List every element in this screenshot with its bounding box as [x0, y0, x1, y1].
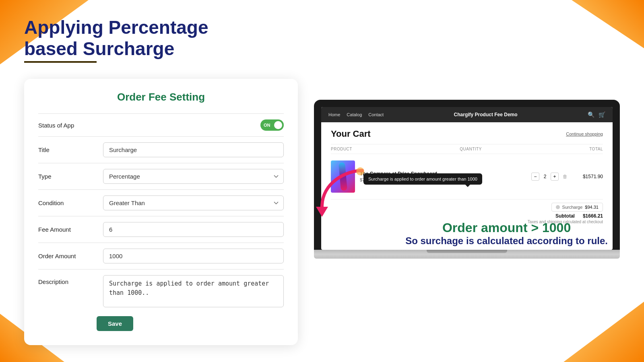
surcharge-amount: $94.31 — [585, 205, 599, 210]
title-input[interactable] — [103, 142, 284, 157]
nav-links: Home Catalog Contact — [328, 112, 384, 117]
status-label: Status of App — [38, 122, 97, 129]
search-icon[interactable]: 🔍 — [588, 111, 594, 118]
laptop-base — [314, 250, 620, 259]
type-select[interactable]: Percentage — [103, 169, 284, 184]
save-button[interactable]: Save — [97, 316, 133, 331]
arrow-decoration — [314, 167, 370, 220]
title-row: Title — [38, 136, 284, 163]
order-amount-input[interactable] — [103, 249, 284, 263]
col-total: TOTAL — [589, 147, 603, 151]
qty-value: 2 — [542, 174, 548, 179]
svg-marker-0 — [316, 207, 328, 217]
type-field-label: Type — [38, 173, 97, 180]
cart-table-header: PRODUCT QUANTITY TOTAL — [331, 144, 603, 154]
type-row: Type Percentage — [38, 163, 284, 189]
left-panel: Applying Percentage based Surcharge Orde… — [24, 17, 298, 346]
title-field-label: Title — [38, 146, 97, 153]
cart-icon[interactable]: 🛒 — [599, 111, 605, 118]
fee-card-title: Order Fee Setting — [38, 91, 284, 103]
subtotal-amount: $1666.21 — [583, 213, 603, 219]
surcharge-label: Surcharge — [562, 205, 583, 210]
delete-icon[interactable]: 🗑 — [563, 174, 568, 179]
surcharge-badge: Surcharge $94.31 — [551, 203, 603, 212]
order-amount-row: Order Amount — [38, 243, 284, 269]
app-toggle[interactable]: ON — [260, 119, 284, 131]
page-title: Applying Percentage based Surcharge — [24, 17, 298, 60]
nav-icons: 🔍 🛒 — [588, 111, 605, 118]
laptop-hinge — [427, 250, 507, 253]
qty-increase[interactable]: + — [551, 173, 559, 181]
quantity-controls: − 2 + 🗑 — [531, 173, 568, 181]
description-row: Description Surcharge is applied to orde… — [38, 269, 284, 313]
fee-amount-input[interactable] — [103, 222, 284, 237]
callout-line2: So surchage is calculated according to r… — [405, 235, 608, 247]
status-row: Status of App ON — [38, 113, 284, 136]
nav-catalog[interactable]: Catalog — [347, 112, 362, 117]
surcharge-tooltip: Surcharge is applied to order amount gre… — [363, 173, 482, 185]
item-total: $1571.90 — [579, 174, 603, 179]
col-product: PRODUCT — [331, 147, 352, 151]
cart-title: Your Cart — [331, 129, 371, 139]
surcharge-dot — [556, 205, 560, 209]
toggle-on-label: ON — [264, 123, 270, 128]
nav-home[interactable]: Home — [328, 112, 340, 117]
callout-line1: Order amount > 1000 — [405, 220, 608, 235]
svg-point-1 — [356, 167, 364, 175]
description-textarea[interactable]: Surcharge is applied to order amount gre… — [103, 275, 284, 307]
surcharge-row: Surcharge $94.31 — [331, 203, 603, 212]
title-underline — [24, 61, 97, 63]
fee-amount-row: Fee Amount — [38, 216, 284, 243]
toggle-container: ON — [103, 119, 284, 131]
condition-field-label: Condition — [38, 200, 97, 206]
fee-card: Order Fee Setting Status of App ON Title — [24, 79, 298, 345]
col-quantity: QUANTITY — [460, 147, 482, 151]
cart-header: Your Cart Continue shopping — [331, 129, 603, 139]
shop-nav: Home Catalog Contact Chargify Product Fe… — [321, 107, 613, 122]
shop-brand: Chargify Product Fee Demo — [454, 112, 518, 117]
order-amount-label: Order Amount — [38, 253, 97, 259]
fee-amount-label: Fee Amount — [38, 226, 97, 233]
bottom-callout: Order amount > 1000 So surchage is calcu… — [405, 220, 608, 247]
qty-decrease[interactable]: − — [531, 173, 539, 181]
condition-select[interactable]: Greater Than — [103, 195, 284, 210]
subtotal-label: Subtotal — [555, 213, 575, 219]
description-label: Description — [38, 275, 97, 285]
right-panel: Home Catalog Contact Chargify Product Fe… — [298, 104, 620, 259]
condition-row: Condition Greater Than — [38, 189, 284, 216]
toggle-thumb — [274, 121, 282, 129]
continue-shopping-link[interactable]: Continue shopping — [566, 132, 603, 136]
subtotal-row: Subtotal $1666.21 — [331, 213, 603, 219]
nav-contact[interactable]: Contact — [368, 112, 384, 117]
arrow-svg — [314, 167, 370, 219]
